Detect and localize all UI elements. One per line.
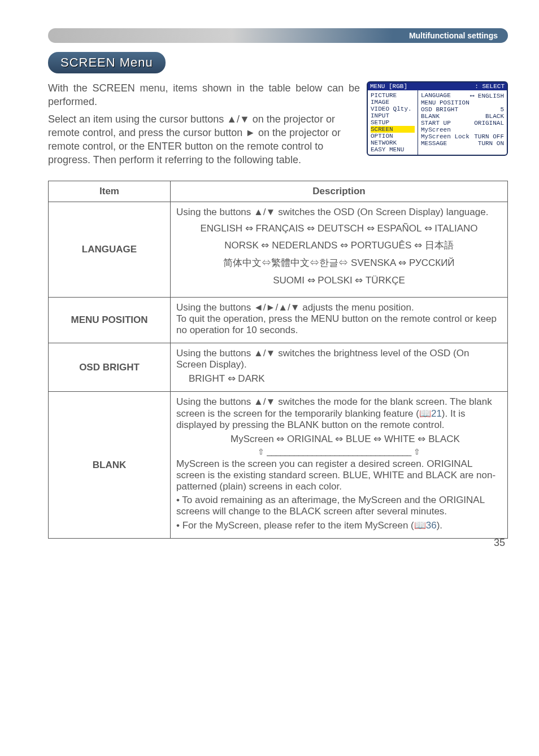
- osd-right-value: 5: [500, 106, 504, 113]
- osd-bright-line1: Using the buttons ▲/▼ switches the brigh…: [176, 348, 502, 370]
- section-header-bar: Multifunctional settings: [48, 28, 508, 43]
- osd-right-value: ⟷ ENGLISH: [471, 92, 504, 99]
- osd-left-item: VIDEO Qlty.: [371, 106, 415, 112]
- language-flow-row-2: NORSK ⇔ NEDERLANDS ⇔ PORTUGUÊS ⇔ 日本語: [176, 237, 502, 255]
- item-blank: BLANK: [49, 392, 171, 539]
- intro-text-block: With the SCREEN menu, items shown in the…: [48, 81, 360, 171]
- item-osd-bright: OSD BRIGHT: [49, 343, 171, 392]
- language-flow-row-1: ENGLISH ⇔ FRANÇAIS ⇔ DEUTSCH ⇔ ESPAÑOL ⇔…: [176, 220, 502, 238]
- blank-flow-arrows: ⇧ ⎯⎯⎯⎯⎯⎯⎯⎯⎯⎯⎯⎯⎯⎯⎯⎯⎯⎯⎯⎯⎯⎯⎯⎯⎯⎯⎯⎯⎯⎯⎯⎯ ⇧: [176, 447, 502, 456]
- th-item: Item: [49, 181, 171, 202]
- menu-title-pill: SCREEN Menu: [48, 52, 166, 73]
- osd-right-label: MyScreen: [421, 126, 451, 133]
- osd-left-item-highlighted: SCREEN: [371, 126, 415, 133]
- osd-left-item: NETWORK: [371, 139, 415, 146]
- language-flow-diagram: ENGLISH ⇔ FRANÇAIS ⇔ DEUTSCH ⇔ ESPAÑOL ⇔…: [176, 220, 502, 289]
- blank-flow: MyScreen ⇔ ORIGINAL ⇔ BLUE ⇔ WHITE ⇔ BLA…: [176, 433, 502, 445]
- osd-right-label: START UP: [421, 120, 451, 126]
- osd-right-label: OSD BRIGHT: [421, 106, 458, 113]
- osd-left-item: OPTION: [371, 133, 415, 139]
- osd-right-value: BLACK: [485, 113, 504, 120]
- osd-title-right: : SELECT: [475, 83, 505, 90]
- osd-right-label: MyScreen Lock: [421, 133, 470, 140]
- osd-right-value: TURN OFF: [474, 133, 504, 140]
- osd-right-label: MENU POSITION: [421, 99, 470, 106]
- osd-right-label: BLANK: [421, 113, 440, 120]
- blank-p2: MyScreen is the screen you can register …: [176, 458, 502, 492]
- table-row: MENU POSITION Using the buttons ◄/►/▲/▼ …: [49, 298, 508, 343]
- section-header-text: Multifunctional settings: [409, 31, 498, 40]
- osd-right-value: ORIGINAL: [474, 120, 504, 126]
- th-description: Description: [171, 181, 508, 202]
- page-number: 35: [494, 537, 505, 549]
- osd-right-value: TURN ON: [478, 140, 504, 147]
- osd-right-column: LANGUAGE⟷ ENGLISH MENU POSITION OSD BRIG…: [418, 90, 507, 155]
- table-row: OSD BRIGHT Using the buttons ▲/▼ switche…: [49, 343, 508, 392]
- osd-left-item: PICTURE: [371, 92, 415, 99]
- language-flow-row-4: SUOMI ⇔ POLSKI ⇔ TÜRKÇE: [176, 272, 502, 290]
- blank-p4-ref: 📖36: [414, 520, 437, 531]
- osd-right-label: LANGUAGE: [421, 92, 451, 99]
- item-language: LANGUAGE: [49, 202, 171, 297]
- blank-p1-ref: 📖21: [419, 408, 442, 419]
- settings-table: Item Description LANGUAGE Using the butt…: [48, 181, 508, 539]
- table-row: BLANK Using the buttons ▲/▼ switches the…: [49, 392, 508, 539]
- blank-p1: Using the buttons ▲/▼ switches the mode …: [176, 396, 502, 431]
- blank-p3: • To avoid remaining as an afterimage, t…: [176, 495, 502, 517]
- blank-p4a: • For the MyScreen, please refer to the …: [176, 520, 414, 531]
- menu-position-text: Using the buttons ◄/►/▲/▼ adjusts the me…: [176, 302, 502, 336]
- osd-left-item: EASY MENU: [371, 146, 415, 153]
- blank-p4: • For the MyScreen, please refer to the …: [176, 519, 502, 531]
- language-line1: Using the buttons ▲/▼ switches the OSD (…: [176, 207, 502, 218]
- osd-left-item: IMAGE: [371, 99, 415, 106]
- osd-right-label: MESSAGE: [421, 140, 447, 147]
- language-flow-row-3: 简体中文⇔繁體中文⇔한글⇔ SVENSKA ⇔ РУССКИЙ: [176, 255, 502, 272]
- osd-screenshot: MENU [RGB] : SELECT PICTURE IMAGE VIDEO …: [367, 81, 508, 171]
- item-menu-position: MENU POSITION: [49, 298, 171, 343]
- osd-left-column: PICTURE IMAGE VIDEO Qlty. INPUT SETUP SC…: [368, 90, 418, 155]
- menu-title-text: SCREEN Menu: [60, 55, 153, 69]
- osd-title-left: MENU [RGB]: [370, 83, 407, 90]
- osd-bright-line2: BRIGHT ⇔ DARK: [176, 373, 502, 384]
- intro-paragraph-2: Select an item using the cursor buttons …: [48, 112, 360, 167]
- osd-left-item: INPUT: [371, 112, 415, 119]
- osd-left-item: SETUP: [371, 119, 415, 126]
- blank-p4b: ).: [437, 520, 442, 531]
- table-row: LANGUAGE Using the buttons ▲/▼ switches …: [49, 202, 508, 297]
- intro-paragraph-1: With the SCREEN menu, items shown in the…: [48, 81, 360, 109]
